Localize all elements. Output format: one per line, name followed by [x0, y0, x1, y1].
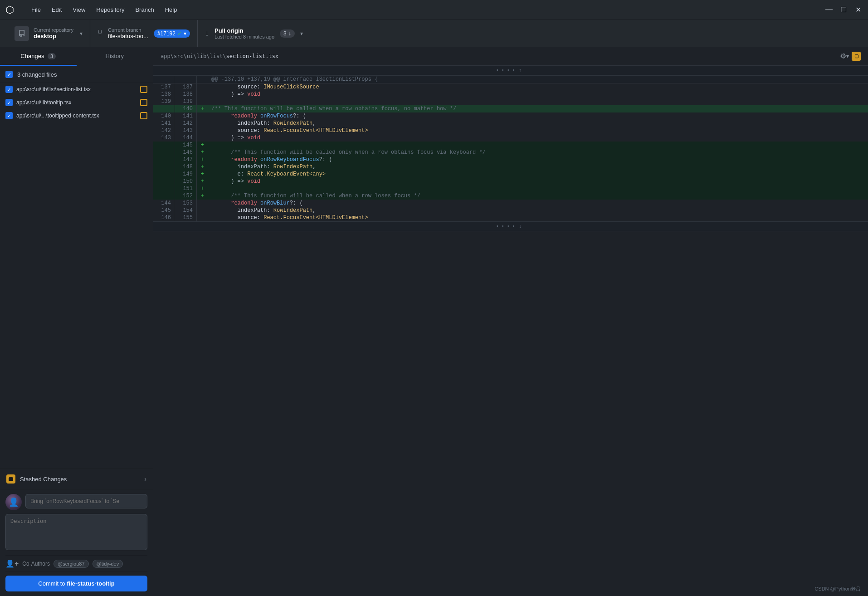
- line-content: /** This function will be called when a …: [208, 105, 868, 112]
- line-content: readonly onRowFocus?: (: [208, 112, 868, 120]
- line-marker: [197, 207, 208, 214]
- stash-icon: [6, 474, 15, 484]
- diff-line-added: 149 + e: React.KeyboardEvent<any>: [153, 171, 868, 178]
- line-num-old: 141: [153, 120, 175, 127]
- line-num-old: [153, 156, 175, 163]
- settings-dropdown-icon[interactable]: ▾: [846, 53, 849, 59]
- file-checkbox-1[interactable]: ✓: [5, 99, 13, 106]
- list-item[interactable]: ✓ app\src\ui\lib\tooltip.tsx: [0, 96, 153, 109]
- tab-changes[interactable]: Changes 3: [0, 47, 77, 66]
- menu-edit[interactable]: Edit: [47, 5, 66, 15]
- check-mark-icon: ✓: [7, 72, 11, 78]
- commit-btn-branch: file-status-tooltip: [67, 580, 114, 587]
- branch-info: Current branch file-status-too...: [108, 27, 148, 39]
- menu-branch[interactable]: Branch: [131, 5, 158, 15]
- maximize-button[interactable]: ☐: [839, 5, 848, 14]
- line-num-old: [153, 192, 175, 200]
- menu-view[interactable]: View: [68, 5, 90, 15]
- line-num-old: 139: [153, 98, 175, 105]
- list-item[interactable]: ✓ app\src\ui\...\tooltipped-content.tsx: [0, 109, 153, 122]
- line-marker: [197, 83, 208, 91]
- commit-btn-label: Commit to: [38, 580, 67, 587]
- pull-label: Pull origin: [215, 27, 274, 34]
- diff-line-added: 152 + /** This function will be called w…: [153, 192, 868, 200]
- expand-dots-top: • • • •: [496, 68, 515, 73]
- pull-section[interactable]: ↓ Pull origin Last fetched 8 minutes ago…: [198, 20, 310, 47]
- line-marker-add: +: [197, 149, 208, 156]
- minimize-button[interactable]: —: [824, 5, 834, 14]
- avatar: 👤: [5, 494, 22, 510]
- menu-bar: File Edit View Repository Branch Help: [27, 5, 181, 15]
- line-content: [208, 98, 868, 105]
- coauthors-row: 👤+ Co-Authors @sergiou87 @tidy-dev: [5, 555, 147, 572]
- line-num-new: 152: [175, 192, 197, 200]
- expand-dots-bottom: • • • •: [496, 224, 515, 229]
- pull-down-icon: ↓: [205, 29, 209, 38]
- line-marker: [197, 112, 208, 120]
- select-all-checkbox[interactable]: ✓: [5, 71, 13, 78]
- repo-section[interactable]: Current repository desktop ▾: [7, 20, 90, 47]
- stashed-header[interactable]: Stashed Changes ›: [0, 469, 153, 489]
- diff-line-added: 151 +: [153, 185, 868, 192]
- settings-icon[interactable]: ⚙: [840, 52, 846, 60]
- file-checkbox-2[interactable]: ✓: [5, 112, 13, 119]
- github-logo-icon: ⬡: [5, 4, 14, 16]
- menu-file[interactable]: File: [27, 5, 45, 15]
- file-checkbox-0[interactable]: ✓: [5, 86, 13, 93]
- line-marker-add: +: [197, 185, 208, 192]
- commit-description-input[interactable]: [5, 514, 147, 550]
- svg-rect-0: [9, 478, 13, 481]
- commit-input-row: 👤: [5, 494, 147, 510]
- line-marker-add: +: [197, 192, 208, 200]
- line-num-new: 149: [175, 171, 197, 178]
- author-tag-1[interactable]: @tidy-dev: [93, 560, 123, 568]
- file-path-dir: app\src\ui\lib\list\: [161, 53, 226, 59]
- line-marker-add: +: [197, 105, 208, 112]
- line-marker: [197, 214, 208, 221]
- commit-summary-input[interactable]: [25, 494, 147, 508]
- line-content: /** This function will be called when a …: [208, 192, 868, 200]
- tab-history[interactable]: History: [77, 47, 153, 66]
- list-item[interactable]: ✓ app\src\ui\lib\list\section-list.tsx: [0, 83, 153, 96]
- menu-help[interactable]: Help: [161, 5, 182, 15]
- menu-repository[interactable]: Repository: [92, 5, 129, 15]
- line-marker: [197, 120, 208, 127]
- branch-name: file-status-too...: [108, 33, 148, 39]
- diff-view[interactable]: • • • • ↑ @@ -137,10 +137,19 @@ interfac…: [153, 65, 868, 596]
- diff-line-added: 146 + /** This function will be called o…: [153, 149, 868, 156]
- line-num-old: [153, 178, 175, 185]
- window-controls: — ☐ ✕: [824, 5, 863, 14]
- commit-button[interactable]: Commit to file-status-tooltip: [5, 576, 147, 591]
- line-num-new: 147: [175, 156, 197, 163]
- hunk-marker: [197, 76, 208, 83]
- diff-line-added: 145 +: [153, 142, 868, 149]
- hunk-content: @@ -137,10 +137,19 @@ interface ISection…: [208, 76, 868, 83]
- line-num-new: 141: [175, 112, 197, 120]
- line-num-new: 137: [175, 83, 197, 91]
- coauthor-label: Co-Authors: [22, 561, 50, 567]
- add-author-icon[interactable]: 👤+: [5, 559, 19, 568]
- file-name-1: app\src\ui\lib\tooltip.tsx: [16, 99, 140, 106]
- line-content: /** This function will be called only wh…: [208, 149, 868, 156]
- line-content: [208, 142, 868, 149]
- title-bar: ⬡ File Edit View Repository Branch Help …: [0, 0, 868, 20]
- author-tag-0[interactable]: @sergiou87: [54, 560, 88, 568]
- line-num-old: 145: [153, 207, 175, 214]
- line-num-new: 155: [175, 214, 197, 221]
- line-num-old: [153, 163, 175, 171]
- line-num-old: 142: [153, 127, 175, 134]
- hunk-expand-bottom[interactable]: • • • • ↓: [153, 221, 868, 231]
- line-num-new: 143: [175, 127, 197, 134]
- line-marker: [197, 98, 208, 105]
- branch-section[interactable]: ⑂ Current branch file-status-too... #171…: [90, 20, 198, 47]
- file-status-icon-0: [140, 86, 147, 93]
- hunk-expand-top[interactable]: • • • • ↑: [153, 65, 868, 75]
- sidebar: Changes 3 History ✓ 3 changed files ✓ ap…: [0, 47, 153, 596]
- file-path-name: section-list.tsx: [226, 53, 279, 59]
- line-num-new: 142: [175, 120, 197, 127]
- expand-icon[interactable]: ▢: [852, 52, 861, 61]
- branch-badge[interactable]: #17192 ✓ ▾: [154, 29, 190, 38]
- close-button[interactable]: ✕: [853, 5, 863, 14]
- line-content: indexPath: RowIndexPath,: [208, 120, 868, 127]
- commit-area: 👤 👤+ Co-Authors @sergiou87 @tidy-dev Com…: [0, 489, 153, 596]
